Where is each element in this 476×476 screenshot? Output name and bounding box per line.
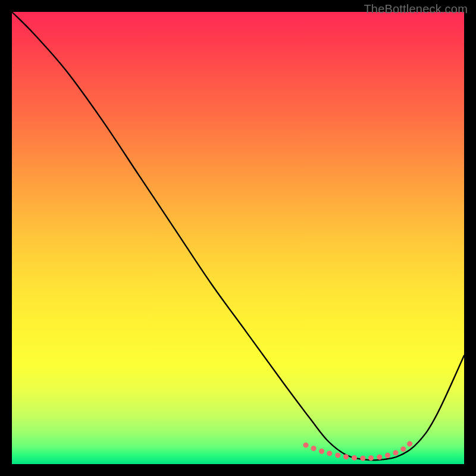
plot-area	[12, 12, 464, 464]
chart-stage: TheBottleneck.com	[0, 0, 476, 476]
watermark-label: TheBottleneck.com	[364, 2, 468, 16]
curve-svg	[12, 12, 464, 464]
bottleneck-curve	[12, 12, 464, 460]
optimal-range-highlight	[306, 444, 410, 458]
